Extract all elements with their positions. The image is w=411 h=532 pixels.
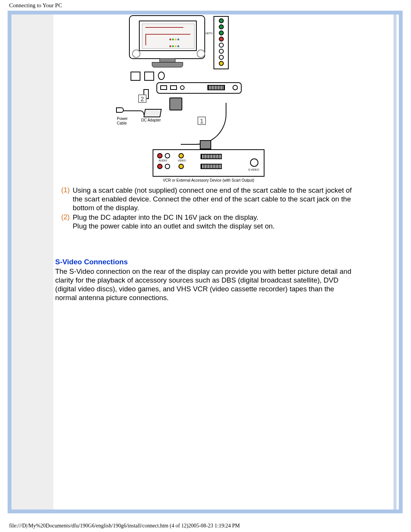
scart-connector-bottom-icon [200, 140, 211, 149]
vcr-video-label: VIDEO [178, 159, 186, 162]
side-port-column-icon: HDTV [213, 16, 229, 69]
power-cable-icon: Power Cable DC Adapter [116, 105, 173, 128]
step-text: Plug the DC adapter into the DC IN 16V j… [73, 213, 356, 230]
vcr-svideo-label: S-VIDEO [248, 168, 259, 171]
content-frame-outer: HDTV 2 [8, 11, 403, 513]
page-footer: file:///D|/My%20Documents/dfu/190G6/engl… [9, 523, 240, 529]
vcr-device-icon: AUDIO VIDEO S-VIDEO [153, 149, 264, 177]
page-header: Connecting to Your PC [9, 2, 62, 9]
section-heading-svideo: S-Video Connections [55, 258, 356, 266]
page: Connecting to Your PC [0, 0, 411, 532]
step-row: (2) Plug the DC adapter into the DC IN 1… [55, 213, 356, 230]
vcr-caption: VCR or External Accessory Device (with S… [153, 178, 264, 182]
dc-adapter-label: DC Adapter [141, 118, 161, 122]
content-frame-inner: HDTV 2 [11, 14, 399, 510]
connection-diagram: HDTV 2 [116, 14, 295, 182]
power-label-1: Power [117, 117, 127, 121]
steps-list: (1) Using a scart cable (not supplied) c… [55, 186, 356, 230]
callout-1: 1 [198, 117, 206, 125]
scart-connector-top-icon [169, 97, 182, 110]
step-row: (1) Using a scart cable (not supplied) c… [55, 186, 356, 212]
step-number: (1) [55, 186, 73, 194]
vcr-audio-label: AUDIO [159, 159, 167, 162]
callout-2: 2 [138, 94, 147, 103]
power-label-2: Cable [117, 121, 127, 125]
monitor-back-panel-icon [156, 82, 242, 94]
content-area: HDTV 2 [55, 14, 356, 302]
step-text: Using a scart cable (not supplied) conne… [73, 186, 356, 212]
section-body-svideo: The S-Video connection on the rear of th… [55, 267, 356, 302]
left-margin [11, 14, 53, 510]
hdtv-label: HDTV [206, 32, 213, 35]
scroll-strip [393, 14, 397, 510]
step-number: (2) [55, 213, 73, 221]
monitor-front-icon [129, 15, 205, 70]
